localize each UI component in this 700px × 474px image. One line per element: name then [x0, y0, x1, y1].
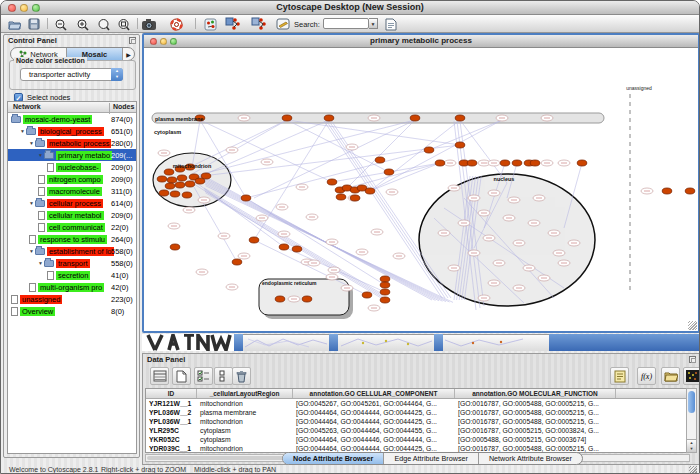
- graph-node-selected[interactable]: [165, 183, 175, 189]
- edge[interactable]: [287, 120, 460, 145]
- view-title-bar[interactable]: primary metabolic process: [144, 35, 698, 48]
- import-attributes-icon[interactable]: [610, 367, 629, 385]
- graph-node-selected[interactable]: [164, 169, 174, 175]
- graph-node-selected[interactable]: [350, 195, 360, 201]
- expand-arrow-icon[interactable]: ▼: [29, 140, 34, 146]
- table-column-header[interactable]: _cellularLayoutRegion: [197, 389, 293, 398]
- graph-node-selected[interactable]: [455, 115, 465, 121]
- graph-node-selected[interactable]: [170, 244, 180, 250]
- tree-col-network[interactable]: Network: [13, 103, 41, 110]
- graph-node-selected[interactable]: [577, 160, 587, 166]
- edit-table-icon[interactable]: [275, 17, 290, 31]
- table-column-header[interactable]: [616, 389, 689, 398]
- unselect-attributes-icon[interactable]: [214, 367, 233, 385]
- tree-row[interactable]: nucleobase-209(0): [8, 161, 136, 173]
- edge[interactable]: [370, 163, 440, 191]
- background-window-sliver[interactable]: [338, 334, 434, 351]
- expand-arrow-icon[interactable]: ▼: [29, 248, 34, 254]
- graph-node-selected[interactable]: [512, 160, 522, 166]
- zoom-selected-icon[interactable]: [96, 17, 111, 31]
- zoom-out-icon[interactable]: [53, 17, 68, 31]
- graph-node-selected[interactable]: [292, 246, 302, 252]
- destroy-view-icon[interactable]: [251, 17, 266, 31]
- tab-edge-attribute-browser[interactable]: Edge Attribute Browser: [384, 453, 479, 464]
- expand-arrow-icon[interactable]: ▼: [38, 260, 43, 266]
- graph-node-selected[interactable]: [380, 297, 390, 303]
- tab-overflow-icon[interactable]: ▶: [123, 48, 134, 60]
- graph-node-selected[interactable]: [185, 181, 195, 187]
- tree-row[interactable]: unassigned223(0): [8, 293, 136, 305]
- tree-row[interactable]: mosaic-demo-yeast874(0): [8, 113, 136, 125]
- background-window-sliver[interactable]: [443, 334, 525, 351]
- network-canvas[interactable]: plasma membrane cytoplasm mitochondrion …: [144, 48, 698, 331]
- scrollbar-arrows[interactable]: ▲▼: [687, 439, 696, 452]
- graph-node-selected[interactable]: [170, 191, 180, 197]
- graph-node-selected[interactable]: [375, 157, 385, 163]
- expand-arrow-icon[interactable]: ▼: [38, 152, 43, 158]
- tree-row[interactable]: ▼biological_process651(0): [8, 125, 136, 137]
- graph-node-selected[interactable]: [324, 115, 334, 121]
- graph-node-selected[interactable]: [662, 188, 672, 194]
- zoom-in-icon[interactable]: [75, 17, 90, 31]
- table-row[interactable]: YPL036W__2plasma membrane[GO:0044464, GO…: [146, 408, 689, 417]
- graph-node-selected[interactable]: [275, 296, 285, 302]
- graph-node-selected[interactable]: [530, 160, 540, 166]
- graph-node-selected[interactable]: [167, 177, 177, 183]
- graph-node-selected[interactable]: [467, 160, 477, 166]
- vizmapper-icon[interactable]: [203, 17, 218, 31]
- tree-row[interactable]: Overview8(0): [8, 305, 136, 317]
- close-button[interactable]: [8, 4, 16, 12]
- graph-node-selected[interactable]: [175, 182, 185, 188]
- zoom-window-button[interactable]: [32, 4, 40, 12]
- table-row[interactable]: YLR295Ccytoplasm[GO:0045263, GO:0044464,…: [146, 426, 689, 435]
- delete-attribute-icon[interactable]: [232, 367, 251, 385]
- graph-node-selected[interactable]: [336, 194, 346, 200]
- graph-node-selected[interactable]: [384, 169, 394, 175]
- select-attributes-icon[interactable]: [194, 367, 213, 385]
- tree-row[interactable]: ▼transport558(0): [8, 257, 136, 269]
- save-session-icon[interactable]: [26, 17, 41, 31]
- view-minimize-button[interactable]: [160, 38, 167, 45]
- graph-node-selected[interactable]: [327, 179, 337, 185]
- edge[interactable]: [370, 120, 460, 191]
- table-row[interactable]: YJR121W__1mitochondrion[GO:0045267, GO:0…: [146, 399, 689, 408]
- graph-node-selected[interactable]: [410, 115, 420, 121]
- edge[interactable]: [347, 163, 440, 188]
- table-vertical-scrollbar[interactable]: ▲▼: [686, 388, 697, 453]
- attribute-table-icon[interactable]: [150, 367, 169, 385]
- import-table-icon[interactable]: [383, 17, 398, 31]
- graph-node-selected[interactable]: [182, 192, 192, 198]
- float-window-icon[interactable]: [689, 356, 696, 363]
- background-window-sliver[interactable]: [243, 334, 329, 351]
- graph-node-selected[interactable]: [302, 296, 312, 302]
- tree-row[interactable]: ▼establishment of lo558(0): [8, 245, 136, 257]
- graph-node-selected[interactable]: [279, 244, 289, 250]
- view-resize-grip[interactable]: [688, 321, 697, 330]
- tree-row[interactable]: secretion41(0): [8, 269, 136, 281]
- graph-node-selected[interactable]: [362, 292, 372, 298]
- tree-row[interactable]: ▼cellular process614(0): [8, 197, 136, 209]
- graph-node-selected[interactable]: [249, 237, 259, 243]
- snapshot-icon[interactable]: [141, 17, 156, 31]
- graph-node-selected[interactable]: [380, 276, 390, 282]
- edge[interactable]: [204, 188, 382, 294]
- tab-network-attribute-browser[interactable]: Network Attribute Browser: [479, 453, 582, 464]
- tree-row[interactable]: response to stimulu264(0): [8, 233, 136, 245]
- tree-row[interactable]: multi-organism pro42(0): [8, 281, 136, 293]
- tree-row[interactable]: cell communicat22(0): [8, 221, 136, 233]
- background-window-edge[interactable]: [434, 334, 443, 351]
- float-window-icon[interactable]: [129, 37, 136, 44]
- search-input[interactable]: [323, 18, 369, 29]
- table-row[interactable]: YKR052Ccytoplasm[GO:0044464, GO:0044446,…: [146, 435, 689, 444]
- expand-arrow-icon[interactable]: ▼: [20, 128, 25, 134]
- tree-row[interactable]: cellular metabol209(0): [8, 209, 136, 221]
- tree-row[interactable]: nitrogen compo209(0): [8, 173, 136, 185]
- view-close-button[interactable]: [150, 38, 157, 45]
- graph-node-selected[interactable]: [380, 282, 390, 288]
- graph-node-selected[interactable]: [424, 147, 434, 153]
- graph-node-selected[interactable]: [500, 160, 510, 166]
- node-color-dropdown[interactable]: transporter activity ▲▼: [20, 68, 123, 81]
- table-column-header[interactable]: ID: [146, 389, 197, 398]
- tree-row[interactable]: macromolecule311(0): [8, 185, 136, 197]
- graph-node-selected[interactable]: [195, 178, 205, 184]
